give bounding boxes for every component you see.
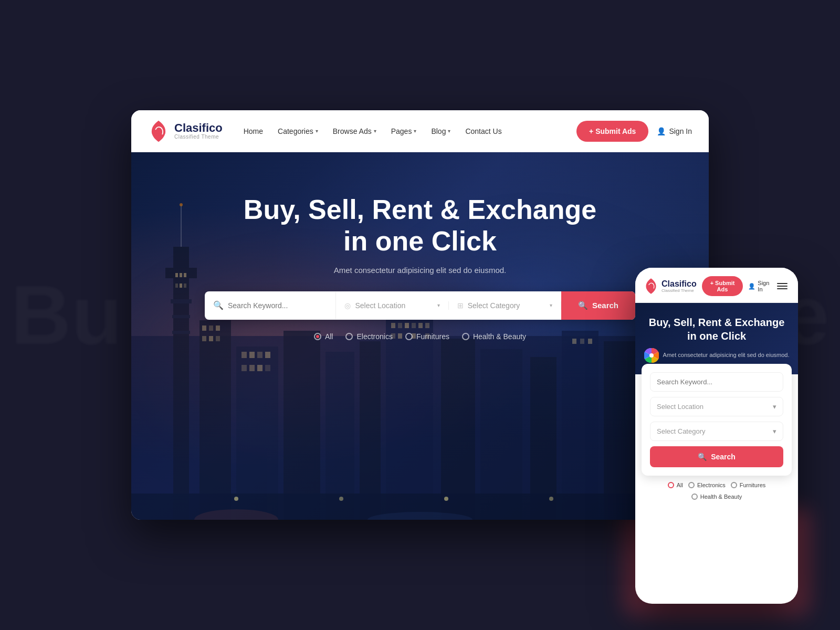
mobile-user-icon: 👤	[748, 283, 755, 290]
mobile-location-text: Select Location	[657, 403, 704, 411]
desktop-search-bar: 🔍 ◎ Select Location ▾ ⊞ Select Category …	[205, 291, 635, 320]
nav-pages[interactable]: Pages ▾	[391, 127, 417, 135]
svg-point-59	[444, 497, 448, 501]
desktop-search-input-wrap: 🔍	[205, 292, 336, 319]
mobile-logo[interactable]: Clasifico Classified Theme	[644, 278, 697, 295]
desktop-nav-links: Home Categories ▾ Browse Ads ▾ Pages ▾ B…	[244, 127, 576, 135]
hamburger-line-2	[777, 286, 788, 287]
desktop-filter-tags: All Electronics Furnitures Health & Beau…	[131, 332, 709, 341]
svg-rect-50	[562, 331, 598, 520]
nav-blog[interactable]: Blog ▾	[431, 127, 450, 135]
desktop-category-select[interactable]: ⊞ Select Category ▾	[449, 301, 561, 310]
location-placeholder: Select Location	[355, 301, 405, 310]
mobile-logo-subtitle: Classified Theme	[662, 288, 697, 293]
svg-rect-26	[249, 352, 255, 358]
mobile-sign-in[interactable]: 👤 Sign In	[748, 280, 770, 292]
mobile-location-select[interactable]: Select Location ▾	[650, 397, 783, 416]
svg-rect-31	[257, 365, 262, 371]
desktop-search-button[interactable]: 🔍 Search	[561, 291, 635, 320]
mobile-filter-all[interactable]: All	[668, 482, 683, 488]
mobile-filter-furnitures[interactable]: Furnitures	[731, 482, 766, 488]
mobile-category-select[interactable]: Select Category ▾	[650, 422, 783, 441]
mobile-radio-furnitures	[731, 482, 737, 488]
logo-text: Clasifico Classified Theme	[174, 122, 223, 140]
svg-rect-28	[265, 352, 270, 358]
browse-ads-chevron-icon: ▾	[374, 128, 376, 134]
desktop-navbar: Clasifico Classified Theme Home Categori…	[131, 110, 709, 152]
radio-all	[314, 333, 321, 340]
nav-home[interactable]: Home	[244, 127, 263, 135]
mobile-search-input[interactable]	[650, 372, 783, 392]
nav-categories[interactable]: Categories ▾	[278, 127, 318, 135]
blog-chevron-icon: ▾	[448, 128, 450, 134]
location-pin-icon: ◎	[344, 301, 351, 310]
pages-chevron-icon: ▾	[414, 128, 416, 134]
svg-rect-27	[257, 352, 262, 358]
hamburger-line-1	[777, 283, 788, 284]
desktop-sign-in-button[interactable]: 👤 Sign In	[657, 127, 692, 135]
mobile-search-button[interactable]: 🔍 Search	[650, 446, 783, 467]
mobile-radio-all	[668, 482, 674, 488]
svg-rect-32	[265, 365, 270, 371]
hamburger-line-3	[777, 288, 788, 289]
mobile-hamburger-menu[interactable]	[775, 281, 790, 291]
hero-title: Buy, Sell, Rent & Exchange in one Click	[236, 194, 604, 257]
desktop-nav-actions: + Submit Ads 👤 Sign In	[576, 121, 692, 142]
mobile-category-text: Select Category	[657, 427, 706, 435]
desktop-location-select[interactable]: ◎ Select Location ▾	[336, 301, 448, 310]
mobile-submit-ads-button[interactable]: + Submit Ads	[702, 276, 743, 296]
mobile-location-arrow-icon: ▾	[773, 403, 776, 411]
hero-subtitle: Amet consectetur adipisicing elit sed do…	[131, 266, 709, 275]
mobile-mockup: Clasifico Classified Theme + Submit Ads …	[635, 268, 798, 604]
desktop-hero: Buy, Sell, Rent & Exchange in one Click …	[131, 152, 709, 520]
logo-subtitle: Classified Theme	[174, 134, 223, 140]
mobile-radio-health-beauty	[691, 494, 698, 500]
mobile-filter-electronics[interactable]: Electronics	[688, 482, 726, 488]
nav-contact[interactable]: Contact Us	[465, 127, 501, 135]
svg-rect-29	[242, 365, 247, 371]
svg-rect-25	[242, 352, 247, 358]
mobile-filter-tags: All Electronics Furnitures Health & Beau…	[635, 476, 798, 500]
category-placeholder: Select Category	[468, 301, 520, 310]
user-icon: 👤	[657, 127, 666, 135]
filter-health-beauty[interactable]: Health & Beauty	[462, 332, 526, 341]
mobile-radio-electronics	[688, 482, 695, 488]
radio-health-beauty	[462, 333, 469, 340]
mobile-logo-title: Clasifico	[662, 280, 697, 288]
radio-electronics	[345, 333, 353, 340]
desktop-search-input[interactable]	[228, 292, 327, 319]
category-arrow-icon: ▾	[550, 302, 552, 308]
filter-furnitures[interactable]: Furnitures	[405, 332, 449, 341]
desktop-logo[interactable]: Clasifico Classified Theme	[148, 120, 223, 143]
grid-icon: ⊞	[457, 301, 464, 310]
mobile-search-card: Select Location ▾ Select Category ▾ 🔍 Se…	[642, 364, 792, 476]
nav-browse-ads[interactable]: Browse Ads ▾	[333, 127, 376, 135]
svg-rect-35	[360, 341, 381, 520]
mobile-logo-icon	[644, 278, 658, 295]
mobile-color-wheel-icon	[644, 348, 659, 363]
radio-furnitures	[405, 333, 413, 340]
search-icon: 🔍	[213, 300, 224, 310]
svg-point-57	[234, 497, 238, 501]
location-arrow-icon: ▾	[437, 302, 440, 308]
filter-all[interactable]: All	[314, 332, 333, 341]
hero-content: Buy, Sell, Rent & Exchange in one Click …	[131, 152, 709, 341]
search-btn-icon: 🔍	[578, 301, 588, 310]
mobile-hero-title: Buy, Sell, Rent & Exchange in one Click	[644, 316, 790, 343]
svg-point-65	[649, 353, 654, 358]
svg-rect-36	[386, 315, 433, 520]
mobile-subtitle: Amet consectetur adipisicing elit sed do…	[663, 351, 790, 359]
mobile-navbar: Clasifico Classified Theme + Submit Ads …	[635, 268, 798, 303]
desktop-mockup: Clasifico Classified Theme Home Categori…	[131, 110, 709, 520]
mobile-filter-health-beauty[interactable]: Health & Beauty	[691, 494, 742, 500]
mobile-category-arrow-icon: ▾	[773, 427, 776, 435]
filter-electronics[interactable]: Electronics	[345, 332, 392, 341]
mobile-search-btn-icon: 🔍	[698, 453, 707, 461]
svg-point-60	[549, 497, 553, 501]
svg-rect-33	[284, 331, 320, 520]
desktop-submit-ads-button[interactable]: + Submit Ads	[576, 121, 648, 142]
svg-point-58	[339, 497, 343, 501]
svg-rect-47	[441, 339, 475, 520]
categories-chevron-icon: ▾	[316, 128, 318, 134]
logo-title: Clasifico	[174, 122, 223, 134]
